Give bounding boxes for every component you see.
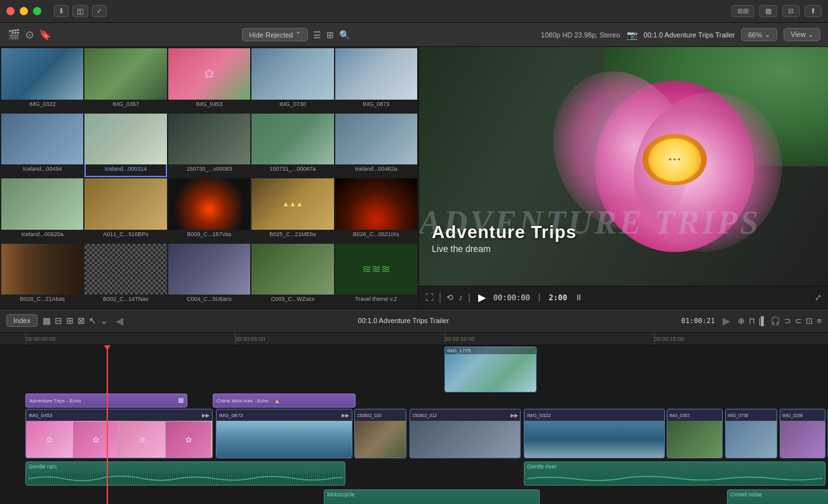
- clip-item[interactable]: IMG_0730: [251, 48, 333, 112]
- download-button[interactable]: ⬇: [54, 5, 69, 17]
- trim-icon[interactable]: ⊞: [66, 315, 74, 326]
- clip-item[interactable]: ≋≋≋ Travel theme v.2: [335, 244, 417, 308]
- clip-label: IMG_0367: [84, 100, 166, 109]
- clip-appearance-icon[interactable]: ▦: [43, 315, 51, 326]
- clip-item[interactable]: C004_C...5U6acs: [168, 244, 250, 308]
- video-clip-img0367[interactable]: IMG_0367: [667, 409, 723, 458]
- select-chevron[interactable]: ⌄: [100, 315, 108, 326]
- mute-icon[interactable]: ⊃: [784, 316, 791, 326]
- index-button[interactable]: Index: [6, 314, 37, 327]
- audio-motorcycle[interactable]: Motorcycle: [324, 489, 540, 504]
- clip-thumbnail: ✿: [168, 48, 250, 100]
- layout-toggle-icon[interactable]: ⊡: [806, 316, 813, 326]
- audio-gentle-rain[interactable]: Gentle rain: [25, 461, 345, 486]
- clip-item[interactable]: A011_C...516BPs: [84, 178, 166, 242]
- expand-icon[interactable]: ⤢: [815, 293, 822, 302]
- clip-thumbnail: [168, 244, 250, 295]
- audio-icon[interactable]: ♪: [458, 293, 463, 302]
- close-button[interactable]: [6, 7, 15, 15]
- hide-rejected-button[interactable]: Hide Rejected ⌃: [242, 28, 308, 41]
- clip-item[interactable]: C003_C...WZacs: [251, 244, 333, 308]
- preview-viewport: ✦✦✦ ADVENTURE TRIPS Adventure Trips Live…: [419, 47, 828, 286]
- zoom-control[interactable]: 66% ⌄: [741, 28, 777, 41]
- audio-waveform-icon: ≋≋≋: [362, 262, 391, 276]
- video-clip-img0453[interactable]: IMG_0453 ▶▶ ✿ ✿ ✿ ✿: [25, 409, 213, 458]
- transform-icon[interactable]: ⟲: [446, 293, 453, 302]
- clip-thumbnail: [168, 178, 250, 230]
- crop-icon[interactable]: ⛶: [425, 293, 434, 302]
- music-clip-label: China Moto-trek - Echo: [217, 398, 269, 404]
- hide-rejected-label: Hide Rejected: [249, 31, 293, 39]
- ruler-mark: 00:00:10:00: [444, 336, 475, 342]
- grid-icon[interactable]: ⊞: [326, 30, 334, 40]
- clip-label: IMG_0873: [335, 100, 417, 109]
- clip-label: B028_C...21A6as: [1, 295, 83, 303]
- music-clip-label: Adventure Trips - Echo: [29, 398, 81, 404]
- view-button[interactable]: View ⌄: [784, 28, 820, 41]
- grid-view-button[interactable]: ⊞⊞: [731, 5, 754, 17]
- check-button[interactable]: ✓: [92, 5, 107, 17]
- minimize-button[interactable]: [20, 7, 28, 15]
- clip-item[interactable]: B028_C...21A6as: [1, 244, 83, 308]
- clip-item[interactable]: 150730_...v00083: [168, 114, 250, 178]
- clip-label: Iceland...00620a: [1, 230, 83, 239]
- audio-gentle-river[interactable]: Gentle river: [524, 461, 825, 486]
- video-clip-img0730[interactable]: IMG_0730: [725, 409, 777, 458]
- clip-item[interactable]: Iceland...00620a: [1, 178, 83, 242]
- clip-thumbnail: [1, 178, 83, 230]
- video-clip-img0873[interactable]: IMG_0873 ▶▶: [216, 409, 352, 458]
- search-icon[interactable]: 🔍: [339, 30, 350, 40]
- clip-list-icon[interactable]: ≡: [817, 316, 822, 326]
- clip-item[interactable]: B009_C...187Vas: [168, 178, 250, 242]
- clip-item[interactable]: 150731_...00087a: [251, 114, 333, 178]
- select-tool[interactable]: ↖: [89, 315, 97, 326]
- app: ⬇ ⚿ ✓ ⊞⊞ ▦ ⊟ ⬆ 🎬 ⊙ 🔖 Hide Rejected ⌃ ☰ ⊞…: [0, 0, 828, 504]
- pause-icon[interactable]: ⏸: [575, 293, 583, 302]
- clip-thumbnail: [251, 114, 333, 165]
- view-label: View: [791, 30, 806, 38]
- clip-item[interactable]: Iceland...000314: [84, 114, 166, 178]
- timeline-ruler: 00:00:00:00 00:00:05:00 00:00:10:00 00:0…: [0, 333, 828, 345]
- clip-label: 150730_...v00083: [168, 164, 250, 173]
- clip-thumbnail: [84, 178, 166, 230]
- audio-meter-icon[interactable]: |▌: [759, 316, 767, 326]
- preview-subtitle: Live the dream: [432, 244, 577, 254]
- clip-thumbnail: [335, 114, 417, 165]
- music-clip-china-echo[interactable]: China Moto-trek - Echo ▲: [213, 394, 356, 408]
- clip-item[interactable]: ▲▲▲ B025_C...21MEbs: [251, 178, 333, 242]
- ruler-mark: 00:00:05:00: [235, 336, 265, 342]
- maximize-button[interactable]: [33, 7, 41, 15]
- clip-thumbnail: [251, 244, 333, 295]
- ruler-mark: 00:00:15:00: [654, 336, 684, 342]
- share-button[interactable]: ⬆: [805, 5, 822, 17]
- clip-thumbnail: ≋≋≋: [335, 244, 417, 295]
- list-view-icon[interactable]: ☰: [313, 30, 321, 40]
- video-clip-150802-020[interactable]: 150802_020: [354, 409, 406, 458]
- add-icon[interactable]: ⊕: [738, 316, 745, 326]
- audio-crowd-noise[interactable]: Crowd noise: [727, 489, 828, 504]
- video-clip-img0298[interactable]: IMG_0298: [780, 409, 825, 458]
- key-button[interactable]: ⚿: [72, 5, 88, 17]
- inspector-button[interactable]: ⊟: [782, 5, 799, 17]
- filmstrip-button[interactable]: ▦: [759, 5, 777, 17]
- clip-item[interactable]: Iceland...00494: [1, 114, 83, 178]
- overlay-clip[interactable]: IMG_1775: [444, 347, 537, 392]
- clip-label: B009_C...187Vas: [168, 230, 250, 239]
- layout-icon[interactable]: ⊠: [77, 315, 85, 326]
- clip-item[interactable]: ✿ IMG_0453: [168, 48, 250, 112]
- video-clip-150802-012[interactable]: 150802_012 ▶▶: [410, 409, 521, 458]
- clip-item[interactable]: IMG_0873: [335, 48, 417, 112]
- headphones-icon[interactable]: 🎧: [770, 316, 780, 326]
- clip-item[interactable]: Iceland...00462a: [335, 114, 417, 178]
- clip-item[interactable]: IMG_0367: [84, 48, 166, 112]
- clip-item[interactable]: B026_C...0521IXs: [335, 178, 417, 242]
- clip-connections-icon[interactable]: ⊓: [749, 316, 755, 326]
- blade-icon[interactable]: ⊟: [55, 315, 62, 326]
- clip-label: C004_C...5U6acs: [168, 295, 250, 303]
- video-clip-img0322[interactable]: IMG_0322: [524, 409, 665, 458]
- clip-item[interactable]: B002_C...14TNas: [84, 244, 166, 308]
- play-button[interactable]: ▶: [478, 291, 486, 303]
- clip-grid: IMG_0322 IMG_0367 ✿ IMG_0453 IMG: [0, 47, 418, 308]
- clip-item[interactable]: IMG_0322: [1, 48, 83, 112]
- solo-icon[interactable]: ⊂: [795, 316, 802, 326]
